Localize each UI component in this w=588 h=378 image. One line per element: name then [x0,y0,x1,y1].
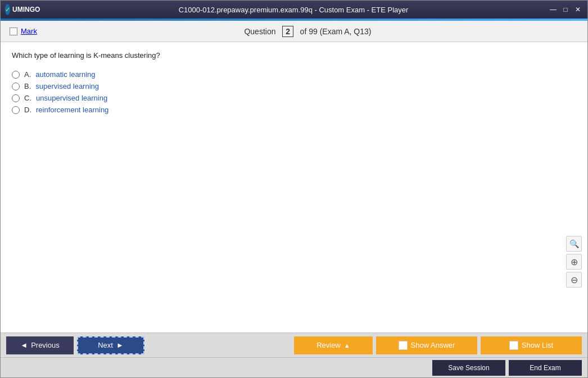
option-c-text: unsupervised learning [36,94,107,102]
mark-area[interactable]: Mark [10,27,37,35]
side-icons: 🔍 ⊕ ⊖ [566,236,582,288]
window-controls: — □ ✕ [548,6,583,13]
maximize-button[interactable]: □ [560,6,571,13]
question-text: Which type of learning is K-means cluste… [12,51,576,60]
option-b-text: supervised learning [35,82,99,90]
end-exam-label: End Exam [530,364,560,372]
option-d[interactable]: D. reinforcement learning [12,104,576,116]
save-session-button[interactable]: Save Session [432,360,505,376]
search-icon-button[interactable]: 🔍 [566,236,582,252]
answer-options: A. automatic learning B. supervised lear… [12,69,576,116]
show-list-button[interactable]: Show List [481,336,582,354]
previous-button[interactable]: ◄ Previous [6,336,74,354]
logo-circle: ✓ [5,4,10,15]
radio-b[interactable] [12,83,20,90]
zoom-in-icon: ⊕ [571,257,578,267]
header-bar: Mark Question 2 of 99 (Exam A, Q13) [1,21,587,42]
zoom-out-icon: ⊖ [571,275,578,285]
mark-checkbox[interactable] [10,28,17,35]
review-button[interactable]: Review ▲ [294,336,373,354]
show-answer-button[interactable]: Show Answer [376,336,477,354]
option-b[interactable]: B. supervised learning [12,80,576,92]
zoom-out-button[interactable]: ⊖ [566,272,582,288]
show-answer-label: Show Answer [411,341,455,349]
mark-link[interactable]: Mark [21,27,37,35]
review-arrow-icon: ▲ [344,342,350,349]
save-session-label: Save Session [448,364,489,372]
question-info: Question 2 of 99 (Exam A, Q13) [37,26,578,37]
previous-label: Previous [31,341,60,349]
question-label: Question [244,27,275,36]
review-label: Review [316,341,341,349]
show-list-checkbox-icon [509,341,518,350]
close-button[interactable]: ✕ [573,6,583,13]
minimize-button[interactable]: — [548,6,558,13]
show-answer-checkbox-icon [399,341,408,350]
option-a[interactable]: A. automatic learning [12,69,576,80]
prev-arrow-icon: ◄ [20,341,28,349]
option-a-letter: A. [24,70,31,79]
main-content: Which type of learning is K-means cluste… [1,42,587,333]
radio-c[interactable] [12,94,20,102]
question-number-box: 2 [282,26,293,37]
option-d-text: reinforcement learning [36,106,108,114]
option-c[interactable]: C. unsupervised learning [12,92,576,104]
window-title: C1000-012.prepaway.premium.exam.99q - Cu… [39,6,548,14]
option-c-letter: C. [24,94,31,102]
next-label: Next [98,341,113,349]
question-total: of 99 (Exam A, Q13) [300,27,372,36]
radio-d[interactable] [12,106,20,114]
logo-check-icon: ✓ [5,6,10,13]
end-exam-button[interactable]: End Exam [509,360,582,376]
logo: ✓ UMINGO [5,3,39,16]
second-bottom-bar: Save Session End Exam [1,357,587,377]
zoom-in-button[interactable]: ⊕ [566,254,582,270]
search-icon: 🔍 [569,239,579,248]
next-button[interactable]: Next ► [77,336,144,354]
option-b-letter: B. [24,82,31,90]
question-number: 2 [286,27,290,36]
show-list-label: Show List [522,341,553,349]
title-bar-left: ✓ UMINGO [5,3,39,16]
option-a-text: automatic learning [35,70,95,79]
logo-text: UMINGO [12,6,40,13]
radio-a[interactable] [12,71,20,79]
title-bar: ✓ UMINGO C1000-012.prepaway.premium.exam… [1,1,587,19]
next-arrow-icon: ► [116,341,124,349]
option-d-letter: D. [24,106,31,114]
bottom-bar: ◄ Previous Next ► Review ▲ Show Answer S… [1,333,587,357]
